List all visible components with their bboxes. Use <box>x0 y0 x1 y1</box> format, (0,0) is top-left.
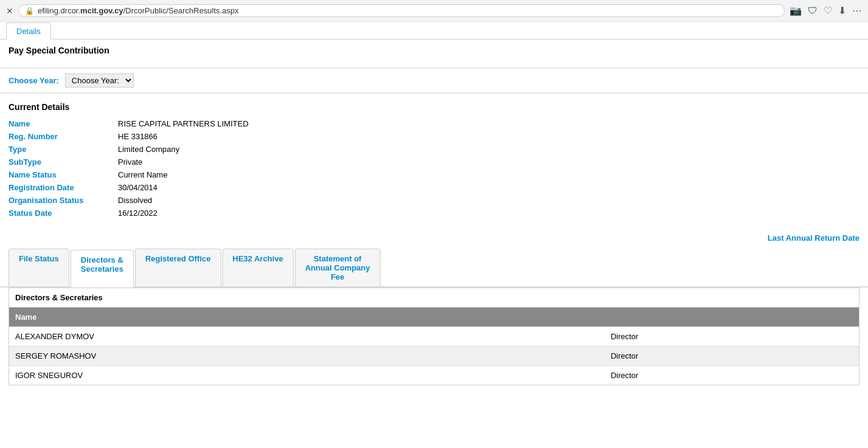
directors-table-container: Name ALEXANDER DYMOV Director SERGEY ROM… <box>9 308 859 385</box>
detail-row-name: Name RISE CAPITAL PARTNERS LIMITED <box>9 119 859 128</box>
label-status-date: Status Date <box>9 208 118 218</box>
value-name-status: Current Name <box>118 170 168 179</box>
directors-table: Name ALEXANDER DYMOV Director SERGEY ROM… <box>9 308 859 385</box>
directors-section-title: Directors & Secretaries <box>9 288 859 308</box>
tabs-container: File Status Directors &Secretaries Regis… <box>0 249 868 288</box>
label-org-status: Organisation Status <box>9 196 118 205</box>
value-status-date: 16/12/2022 <box>118 208 157 218</box>
cell-role-2: Director <box>605 366 859 385</box>
camera-icon[interactable]: 📷 <box>790 5 802 16</box>
table-row: SERGEY ROMASHOV Director <box>9 346 859 366</box>
shield-icon[interactable]: 🛡 <box>808 5 818 16</box>
detail-row-type: Type Limited Company <box>9 145 859 154</box>
download-icon[interactable]: ⬇ <box>838 5 846 16</box>
tab-registered-office[interactable]: Registered Office <box>135 249 221 286</box>
current-details-section: Current Details Name RISE CAPITAL PARTNE… <box>0 94 868 230</box>
label-type: Type <box>9 145 118 154</box>
pay-special-section: Pay Special Contribution <box>0 40 868 67</box>
url-text: efiling.drcor.mcit.gov.cy/DrcorPublic/Se… <box>38 6 239 15</box>
last-annual-return: Last Annual Return Date <box>0 230 868 249</box>
table-row: IGOR SNEGUROV Director <box>9 366 859 385</box>
col-name-header: Name <box>9 308 605 327</box>
directors-section: Directors & Secretaries Name ALEXANDER D… <box>9 288 859 385</box>
cell-role-1: Director <box>605 346 859 366</box>
last-annual-return-label: Last Annual Return Date <box>768 233 859 243</box>
detail-row-reg-number: Reg. Number HE 331866 <box>9 132 859 141</box>
browser-bar: ✕ 🔒 efiling.drcor.mcit.gov.cy/DrcorPubli… <box>0 0 868 22</box>
detail-row-name-status: Name Status Current Name <box>9 170 859 179</box>
table-header-row: Name <box>9 308 859 327</box>
value-reg-date: 30/04/2014 <box>118 183 157 192</box>
cell-role-0: Director <box>605 327 859 346</box>
cell-name-1: SERGEY ROMASHOV <box>9 346 605 366</box>
pay-special-title: Pay Special Contribution <box>9 46 859 55</box>
cell-name-0: ALEXANDER DYMOV <box>9 327 605 346</box>
detail-row-reg-date: Registration Date 30/04/2014 <box>9 183 859 192</box>
tab-file-status[interactable]: File Status <box>9 249 69 286</box>
top-tab-details[interactable]: Details <box>6 22 51 40</box>
label-reg-number: Reg. Number <box>9 132 118 141</box>
browser-actions: 📷 🛡 ♡ ⬇ ⋯ <box>790 5 862 16</box>
value-reg-number: HE 331866 <box>118 132 157 141</box>
detail-row-org-status: Organisation Status Dissolved <box>9 196 859 205</box>
label-reg-date: Registration Date <box>9 183 118 192</box>
top-tab-bar: Details <box>0 22 868 40</box>
browser-controls: ✕ <box>6 6 13 16</box>
tab-he32-archive[interactable]: HE32 Archive <box>222 249 294 286</box>
value-subtype: Private <box>118 157 142 167</box>
value-org-status: Dissolved <box>118 196 152 205</box>
label-subtype: SubType <box>9 157 118 167</box>
choose-year-label: Choose Year: <box>9 76 59 85</box>
lock-icon: 🔒 <box>25 7 34 15</box>
heart-icon[interactable]: ♡ <box>824 5 832 16</box>
detail-row-subtype: SubType Private <box>9 157 859 167</box>
table-row: ALEXANDER DYMOV Director <box>9 327 859 346</box>
close-icon[interactable]: ✕ <box>6 6 13 16</box>
tab-directors-secretaries[interactable]: Directors &Secretaries <box>71 250 134 288</box>
tab-statement-annual[interactable]: Statement ofAnnual CompanyFee <box>295 249 381 286</box>
value-type: Limited Company <box>118 145 179 154</box>
label-name: Name <box>9 119 118 128</box>
cell-name-2: IGOR SNEGUROV <box>9 366 605 385</box>
col-role-header <box>605 308 859 327</box>
choose-year-select[interactable]: Choose Year: <box>65 74 134 88</box>
domain-highlight: mcit.gov.cy <box>80 6 123 15</box>
detail-row-status-date: Status Date 16/12/2022 <box>9 208 859 218</box>
value-name: RISE CAPITAL PARTNERS LIMITED <box>118 119 249 128</box>
menu-icon[interactable]: ⋯ <box>852 5 862 16</box>
label-name-status: Name Status <box>9 170 118 179</box>
address-bar[interactable]: 🔒 efiling.drcor.mcit.gov.cy/DrcorPublic/… <box>18 4 785 17</box>
current-details-title: Current Details <box>9 102 859 112</box>
choose-year-row: Choose Year: Choose Year: <box>0 68 868 93</box>
